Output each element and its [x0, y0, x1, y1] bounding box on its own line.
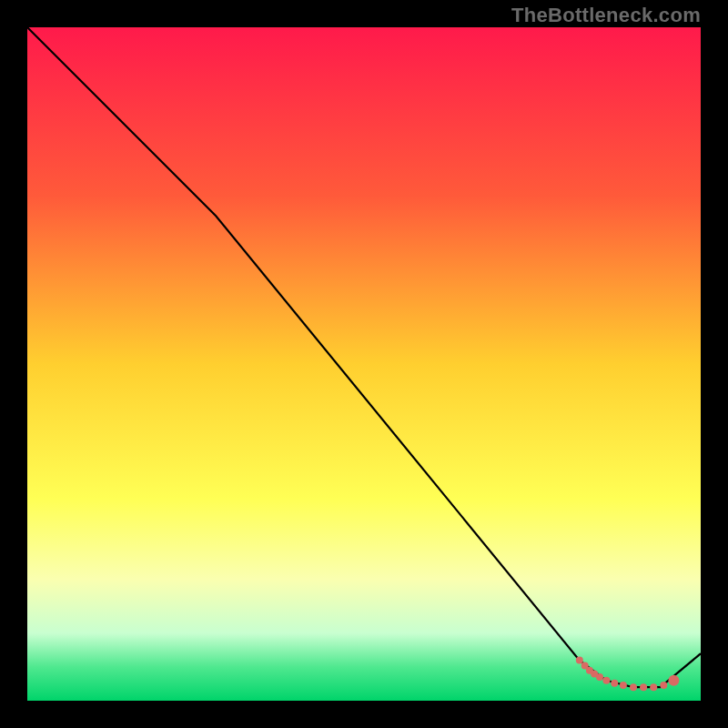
data-marker	[611, 680, 618, 687]
data-marker	[602, 677, 610, 684]
data-marker	[576, 657, 583, 664]
plot-svg	[27, 27, 701, 701]
data-marker	[620, 682, 627, 689]
data-marker	[660, 682, 667, 689]
watermark-text: TheBottleneck.com	[511, 4, 701, 27]
data-marker	[640, 683, 647, 691]
chart-frame: TheBottleneck.com	[0, 0, 728, 728]
data-marker	[596, 673, 603, 681]
data-marker	[650, 683, 657, 691]
data-marker	[668, 675, 679, 686]
data-marker	[630, 683, 637, 691]
plot-area	[27, 27, 701, 701]
